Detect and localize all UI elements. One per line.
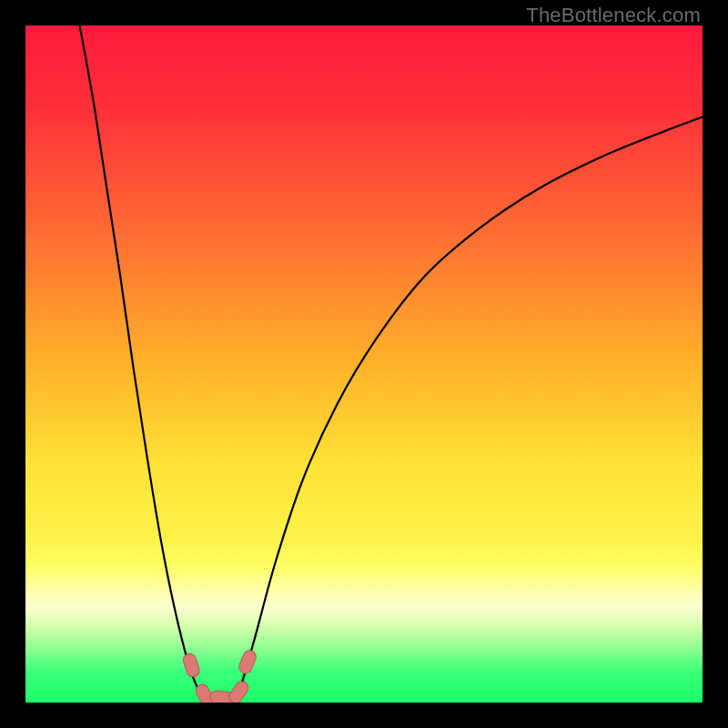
- plot-area: [25, 25, 703, 703]
- watermark-text: TheBottleneck.com: [526, 4, 701, 27]
- bottleneck-curve-right: [236, 116, 703, 703]
- marker-left-upper: [182, 652, 201, 679]
- marker-right-upper: [238, 649, 258, 675]
- curves-layer: [25, 25, 703, 703]
- chart-frame: TheBottleneck.com: [0, 0, 728, 728]
- marker-right-lower: [227, 679, 250, 703]
- bottleneck-curve-left: [80, 25, 208, 703]
- markers-group: [182, 649, 258, 703]
